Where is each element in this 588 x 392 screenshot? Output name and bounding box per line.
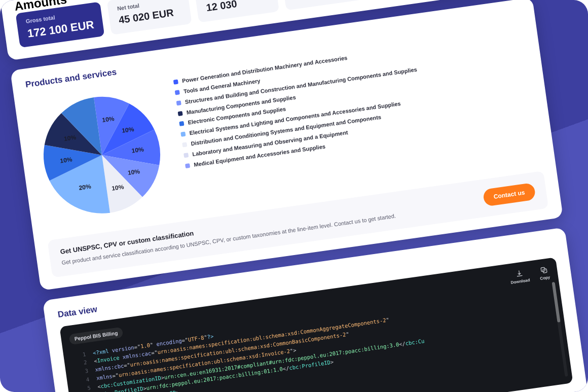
- stage: Amounts Gross total172 100 EURNet total4…: [0, 0, 588, 392]
- legend-swatch: [173, 79, 178, 84]
- legend-swatch: [177, 111, 182, 116]
- amount-tile-3: Line items12: [281, 0, 366, 10]
- format-chip[interactable]: Peppol BIS Billing: [69, 327, 124, 345]
- legend-swatch: [185, 163, 190, 168]
- copy-label: Copy: [540, 274, 550, 280]
- legend-swatch: [182, 142, 187, 147]
- legend-swatch: [175, 90, 180, 95]
- copy-button[interactable]: Copy: [538, 265, 550, 280]
- pie-chart: 10%10%10%10%10%20%10%10%: [27, 80, 176, 229]
- copy-icon: [539, 265, 548, 274]
- pie-legend: Power Generation and Distribution Machin…: [173, 29, 536, 172]
- legend-swatch: [183, 153, 189, 158]
- amount-tile-1: Net total45 020 EUR: [107, 0, 192, 34]
- amount-value: 12 030: [205, 0, 269, 14]
- tilted-canvas: Amounts Gross total172 100 EURNet total4…: [0, 0, 588, 392]
- download-label: Download: [510, 277, 530, 284]
- code-actions: Download Copy: [509, 265, 550, 284]
- pie-slice-label: 10%: [60, 156, 73, 164]
- amount-value: 12: [292, 0, 356, 2]
- pie-slice-label: 10%: [131, 146, 144, 154]
- pie-slice-label: 10%: [63, 133, 77, 142]
- pie-slice-label: 10%: [111, 183, 124, 192]
- legend-swatch: [179, 121, 184, 126]
- legend-swatch: [176, 100, 181, 105]
- download-button[interactable]: Download: [509, 268, 530, 284]
- pie-slice-label: 10%: [127, 167, 140, 176]
- pie-slice-label: 20%: [79, 183, 92, 191]
- line-number: 5: [78, 383, 91, 392]
- legend-swatch: [180, 131, 186, 136]
- download-icon: [514, 268, 524, 277]
- pie-slice-label: 10%: [121, 125, 134, 134]
- contact-us-button[interactable]: Contact us: [483, 182, 536, 206]
- amount-tile-2: VAT total12 030: [194, 0, 279, 22]
- pie-slice-label: 10%: [102, 115, 115, 123]
